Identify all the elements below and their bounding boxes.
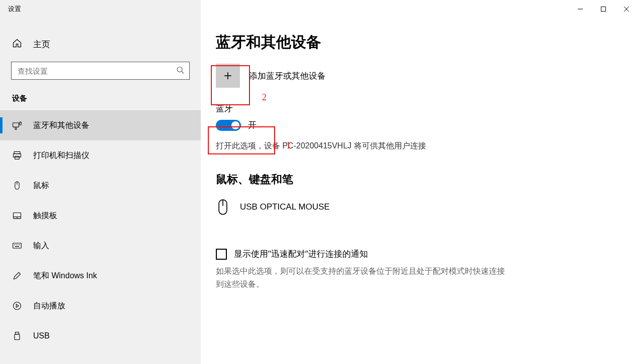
bluetooth-toggle[interactable] — [216, 120, 241, 131]
window-controls — [569, 0, 638, 18]
bluetooth-devices-icon — [12, 120, 22, 130]
sidebar-item-bluetooth[interactable]: 蓝牙和其他设备 — [0, 110, 201, 140]
page-title: 蓝牙和其他设备 — [216, 32, 623, 53]
bluetooth-toggle-row: 开 — [216, 119, 623, 131]
mouse-icon — [12, 180, 22, 191]
sidebar-item-label: USB — [33, 331, 50, 340]
svg-line-5 — [182, 72, 184, 74]
sidebar-item-autoplay[interactable]: 自动播放 — [0, 291, 201, 321]
sidebar-item-label: 笔和 Windows Ink — [33, 271, 97, 281]
svg-rect-7 — [20, 122, 21, 125]
svg-rect-17 — [13, 243, 22, 248]
minimize-button[interactable] — [569, 0, 592, 18]
titlebar: 设置 — [0, 0, 638, 18]
window-title: 设置 — [8, 5, 21, 14]
home-icon — [12, 38, 22, 51]
content: 蓝牙和其他设备 + 添加蓝牙或其他设备 蓝牙 开 打开此选项，设备 PC-202… — [201, 18, 638, 364]
devices-section-title: 鼠标、键盘和笔 — [216, 172, 623, 187]
sidebar: 主页 设备 蓝牙和其他设备 打印机和扫描仪 鼠标 触摸板 — [0, 18, 201, 364]
bluetooth-hint: 打开此选项，设备 PC-20200415VHLJ 将可供其他用户连接 — [216, 140, 517, 152]
maximize-button[interactable] — [592, 0, 615, 18]
sidebar-item-label: 鼠标 — [33, 180, 49, 191]
add-device-row[interactable]: + 添加蓝牙或其他设备 — [216, 64, 623, 88]
pen-icon — [12, 271, 22, 281]
sidebar-home[interactable]: 主页 — [0, 32, 201, 57]
sidebar-item-label: 自动播放 — [33, 301, 65, 311]
quick-pair-row: 显示使用"迅速配对"进行连接的通知 — [216, 248, 623, 260]
svg-rect-10 — [14, 154, 21, 157]
sidebar-item-label: 输入 — [33, 241, 49, 251]
search-input[interactable] — [12, 67, 189, 75]
sidebar-section-label: 设备 — [0, 90, 201, 110]
sidebar-item-label: 触摸板 — [33, 211, 57, 221]
autoplay-icon — [12, 301, 22, 311]
quick-pair-hint: 如果选中此选项，则可以在受支持的蓝牙设备位于附近且处于配对模式时快速连接到这些设… — [216, 265, 507, 290]
svg-rect-26 — [15, 334, 20, 340]
bluetooth-label: 蓝牙 — [216, 103, 623, 114]
sidebar-item-touchpad[interactable]: 触摸板 — [0, 201, 201, 231]
sidebar-item-label: 打印机和扫描仪 — [33, 150, 89, 161]
printer-icon — [12, 150, 22, 160]
mouse-icon — [216, 198, 230, 216]
search-wrap — [0, 57, 201, 90]
usb-icon — [12, 331, 22, 341]
minimize-icon — [577, 6, 583, 12]
sidebar-item-usb[interactable]: USB — [0, 321, 201, 351]
svg-marker-24 — [16, 304, 19, 308]
add-device-button[interactable]: + — [216, 64, 240, 88]
device-row[interactable]: USB OPTICAL MOUSE — [216, 196, 623, 218]
titlebar-title-area: 设置 — [0, 0, 201, 18]
svg-rect-9 — [14, 152, 20, 154]
svg-point-8 — [15, 128, 17, 129]
touchpad-icon — [12, 211, 22, 221]
device-name: USB OPTICAL MOUSE — [240, 202, 330, 212]
close-icon — [623, 6, 629, 12]
sidebar-home-label: 主页 — [33, 39, 50, 50]
plus-icon: + — [224, 68, 232, 84]
sidebar-item-printers[interactable]: 打印机和扫描仪 — [0, 140, 201, 170]
maximize-icon — [600, 6, 606, 12]
search-box[interactable] — [11, 62, 190, 80]
svg-point-23 — [14, 302, 21, 310]
sidebar-item-pen[interactable]: 笔和 Windows Ink — [0, 261, 201, 291]
quick-pair-checkbox[interactable] — [216, 249, 227, 260]
close-button[interactable] — [615, 0, 638, 18]
keyboard-icon — [12, 241, 22, 251]
sidebar-item-mouse[interactable]: 鼠标 — [0, 170, 201, 201]
quick-pair-label: 显示使用"迅速配对"进行连接的通知 — [234, 248, 368, 260]
svg-rect-6 — [13, 123, 19, 127]
svg-rect-25 — [16, 332, 19, 334]
svg-rect-11 — [15, 156, 19, 159]
bluetooth-toggle-label: 开 — [248, 119, 257, 131]
svg-point-4 — [177, 67, 182, 72]
search-icon — [176, 66, 184, 76]
sidebar-item-label: 蓝牙和其他设备 — [33, 120, 89, 131]
add-device-label: 添加蓝牙或其他设备 — [249, 70, 326, 82]
svg-rect-1 — [601, 7, 606, 12]
sidebar-item-typing[interactable]: 输入 — [0, 231, 201, 261]
